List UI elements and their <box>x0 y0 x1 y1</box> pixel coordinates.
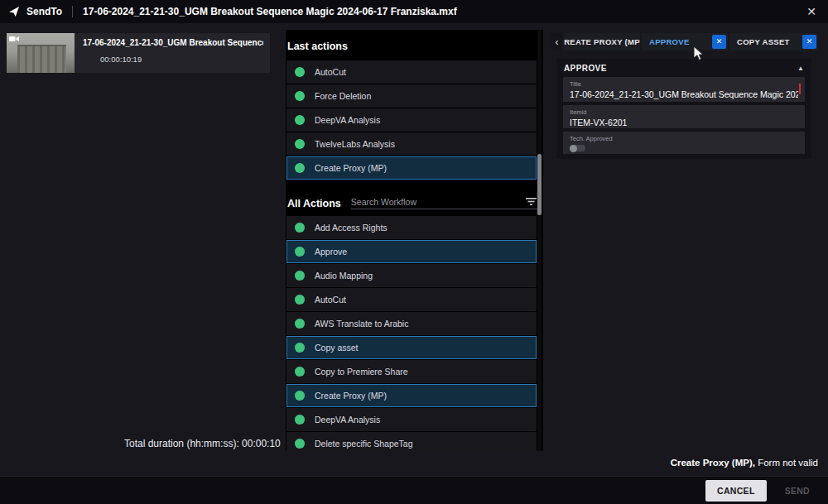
sendto-dialog: SendTo 17-06-2024_21-21-30_UGM Breakout … <box>0 0 828 504</box>
remove-chip-button[interactable]: ✕ <box>802 35 816 49</box>
all-actions-heading: All Actions <box>287 198 341 209</box>
building-image <box>17 45 66 73</box>
action-row[interactable]: Copy asset <box>286 336 537 359</box>
tech-approved-field: Tech. Approved <box>563 132 805 154</box>
approve-panel-header[interactable]: APPROVE ▲ <box>556 59 811 77</box>
action-row[interactable]: Copy to Premiere Share <box>286 360 537 383</box>
field-label: Title <box>570 80 798 88</box>
action-label: AutoCut <box>315 67 346 77</box>
tech-approved-toggle[interactable] <box>570 145 585 151</box>
action-row[interactable]: TwelveLabs Analysis <box>286 132 537 156</box>
remove-chip-button[interactable]: ✕ <box>712 35 726 49</box>
field-value: ITEM-VX-6201 <box>570 118 798 126</box>
status-dot-icon <box>295 319 305 329</box>
action-label: TwelveLabs Analysis <box>315 139 395 149</box>
status-dot-icon <box>295 91 305 101</box>
video-camera-icon <box>9 36 19 42</box>
action-label: Copy asset <box>315 343 359 353</box>
action-label: Approve <box>315 247 347 257</box>
status-dot-icon <box>295 163 305 173</box>
approve-form-panel: APPROVE ▲ Title 17-06-2024_21-21-30_UGM … <box>556 59 811 159</box>
action-label: DeepVA Analysis <box>315 115 380 125</box>
chip-label: COPY ASSET <box>737 37 790 46</box>
action-row[interactable]: Force Deletion <box>286 84 537 108</box>
status-dot-icon <box>295 439 305 449</box>
toggle-knob <box>570 145 577 152</box>
action-label: Add Access Rights <box>315 223 388 233</box>
action-label: Force Deletion <box>315 91 371 101</box>
status-dot-icon <box>295 139 305 149</box>
close-button[interactable]: ✕ <box>803 4 820 19</box>
action-label: AutoCut <box>315 295 346 305</box>
action-row[interactable]: Create Proxy (MP) <box>286 156 537 180</box>
workflow-chip: CREATE PROXY (MP) ✕ <box>564 33 640 50</box>
media-thumbnail <box>7 33 75 73</box>
status-dot-icon <box>295 295 305 305</box>
filter-icon[interactable] <box>522 197 537 207</box>
validation-source: Create Proxy (MP), <box>671 458 755 468</box>
media-title: 17-06-2024_21-21-30_UGM Breakout Sequenc… <box>83 38 263 47</box>
action-row[interactable]: AutoCut <box>286 288 537 311</box>
action-row[interactable]: AutoCut <box>286 60 537 84</box>
media-duration: 00:00:10:19 <box>100 55 263 64</box>
field-label: Itemid <box>570 108 798 116</box>
action-label: DeepVA Analysis <box>315 415 380 425</box>
workflow-chip: APPROVE ✕ <box>642 33 728 50</box>
dialog-header: SendTo 17-06-2024_21-21-30_UGM Breakout … <box>0 0 828 23</box>
action-label: AWS Translate to Arabic <box>315 319 408 329</box>
actions-scrollbar[interactable] <box>537 30 542 451</box>
action-label: Create Proxy (MP) <box>315 163 387 173</box>
required-marker <box>799 84 801 94</box>
title-divider <box>72 6 73 17</box>
field-value: 17-06-2024_21-21-30_UGM Breakout Sequenc… <box>570 89 798 99</box>
collapse-icon[interactable]: ▲ <box>797 65 804 72</box>
total-duration-label: Total duration (hh:mm:ss): 00:00:10 <box>124 438 281 449</box>
selected-workflow-chips: ‹ CREATE PROXY (MP) ✕ APPROVE ✕ COPY ASS… <box>551 33 818 50</box>
action-row[interactable]: DeepVA Analysis <box>286 108 537 132</box>
media-info: 17-06-2024_21-21-30_UGM Breakout Sequenc… <box>75 33 270 73</box>
cancel-button[interactable]: CANCEL <box>705 480 767 502</box>
action-row[interactable]: Add Access Rights <box>286 216 537 239</box>
send-button[interactable]: SEND <box>777 480 818 502</box>
status-dot-icon <box>295 415 305 425</box>
dialog-app-name: SendTo <box>26 6 62 17</box>
status-dot-icon <box>295 247 305 257</box>
status-dot-icon <box>295 343 305 353</box>
workflow-chip: COPY ASSET ✕ <box>729 33 818 50</box>
action-label: Create Proxy (MP) <box>315 391 387 401</box>
dialog-footer: CANCEL SEND <box>0 476 828 504</box>
mouse-cursor <box>693 46 705 61</box>
action-row[interactable]: AWS Translate to Arabic <box>286 312 537 335</box>
scrollbar-thumb[interactable] <box>537 154 542 215</box>
action-row[interactable]: DeepVA Analysis <box>286 408 537 431</box>
status-dot-icon <box>295 271 305 281</box>
status-dot-icon <box>295 391 305 401</box>
media-card[interactable]: 17-06-2024_21-21-30_UGM Breakout Sequenc… <box>7 33 270 73</box>
dialog-title: 17-06-2024_21-21-30_UGM Breakout Sequenc… <box>83 6 457 17</box>
actions-panel: Last actions AutoCut Force Deletion Deep… <box>286 30 543 451</box>
approve-panel-title: APPROVE <box>564 64 607 73</box>
action-label: Delete specific ShapeTag <box>315 439 413 449</box>
itemid-field[interactable]: Itemid ITEM-VX-6201 <box>563 105 805 128</box>
field-label: Tech. Approved <box>570 135 798 142</box>
workflow-search[interactable] <box>351 197 537 209</box>
status-dot-icon <box>295 67 305 77</box>
action-row[interactable]: Create Proxy (MP) <box>286 384 537 407</box>
status-dot-icon <box>295 367 305 377</box>
action-label: Copy to Premiere Share <box>315 367 408 377</box>
action-row[interactable]: Approve <box>286 240 537 263</box>
chip-label: CREATE PROXY (MP) <box>564 37 640 46</box>
action-row[interactable]: Delete specific ShapeTag <box>286 432 537 451</box>
action-row[interactable]: Audio Mapping <box>286 264 537 287</box>
title-field[interactable]: Title 17-06-2024_21-21-30_UGM Breakout S… <box>563 77 805 102</box>
status-dot-icon <box>295 223 305 233</box>
last-actions-heading: Last actions <box>287 41 537 52</box>
validation-message: Create Proxy (MP), Form not valid <box>671 458 818 468</box>
all-actions-header: All Actions <box>287 197 537 209</box>
validation-text: Form not valid <box>755 458 818 468</box>
workflow-search-input[interactable] <box>351 197 522 207</box>
chip-label: APPROVE <box>649 37 690 46</box>
action-label: Audio Mapping <box>315 271 373 281</box>
chips-scroll-left-button[interactable]: ‹ <box>551 33 562 50</box>
status-dot-icon <box>295 115 305 125</box>
